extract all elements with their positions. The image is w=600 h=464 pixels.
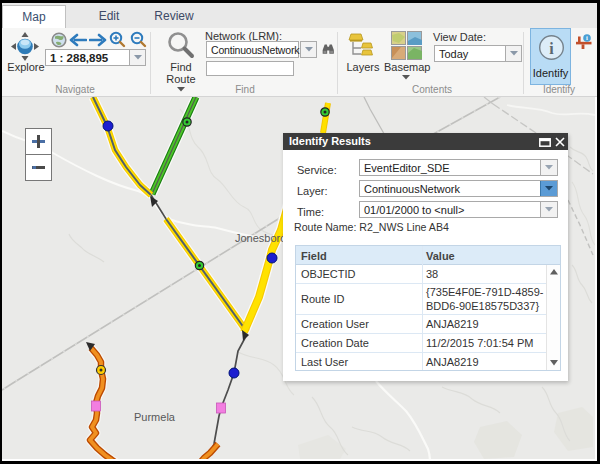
svg-text:i: i: [586, 34, 588, 41]
svg-text:i: i: [549, 40, 554, 57]
